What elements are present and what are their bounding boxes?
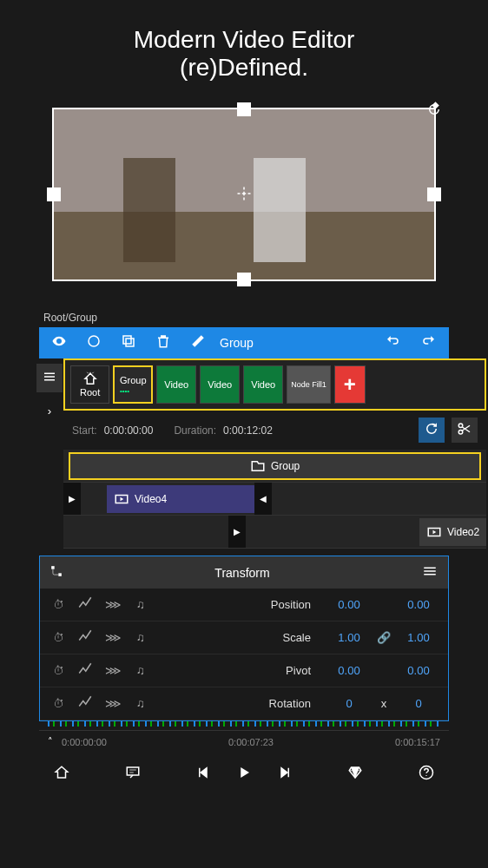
music-icon[interactable]: ♫ [127, 664, 155, 677]
property-label: Position [155, 598, 325, 611]
preview-area [0, 99, 488, 290]
layer-chip-video[interactable]: Video [243, 365, 283, 404]
home-icon[interactable] [54, 763, 69, 786]
track-handle[interactable]: ▶ [228, 516, 246, 548]
transform-row-pivot: ⏱ ⋙ ♫ Pivot 0.00 0.00 [40, 654, 448, 687]
rotate-handle-icon[interactable] [421, 96, 447, 122]
wave-icon[interactable]: ⋙ [99, 697, 127, 710]
duration-value[interactable]: 0:00:12:02 [223, 424, 273, 437]
graph-icon[interactable] [71, 628, 99, 647]
copy-icon[interactable] [115, 332, 142, 354]
track-video4: ▶ Video4 ◀ [63, 483, 486, 516]
track-handle[interactable]: ▶ [63, 483, 81, 515]
preview-frame[interactable] [52, 108, 436, 281]
timeline-ticks[interactable] [48, 721, 440, 727]
reset-icon[interactable] [419, 418, 445, 443]
value-y[interactable]: 1.00 [394, 631, 443, 644]
edit-icon[interactable] [185, 332, 211, 354]
circle-icon[interactable] [81, 332, 107, 354]
value-x[interactable]: 0.00 [325, 664, 373, 677]
clip-video4[interactable]: Video4 [107, 485, 254, 513]
transform-row-scale: ⏱ ⋙ ♫ Scale 1.00 🔗 1.00 [40, 621, 448, 654]
start-value[interactable]: 0:00:00:00 [104, 424, 154, 437]
svg-rect-13 [424, 568, 436, 569]
undo-icon[interactable] [379, 332, 406, 354]
stopwatch-icon[interactable]: ⏱ [45, 664, 71, 677]
value-x[interactable]: 1.00 [325, 631, 373, 644]
toolbar: Group [39, 327, 449, 358]
layer-chip-nodefill[interactable]: Node Fill1 [287, 365, 331, 404]
help-icon[interactable] [419, 763, 434, 786]
app-title: Modern Video Editor (re)Defined. [0, 0, 488, 99]
music-icon[interactable]: ♫ [127, 697, 155, 710]
link-icon[interactable]: 🔗 [373, 631, 394, 644]
separator: x [373, 697, 394, 710]
transform-panel: Transform ⏱ ⋙ ♫ Position 0.00 0.00 ⏱ ⋙ ♫… [39, 556, 449, 721]
time-marker: 0:00:07:23 [188, 737, 313, 747]
add-layer-button[interactable]: + [334, 365, 366, 404]
stopwatch-icon[interactable]: ⏱ [45, 631, 71, 644]
redo-icon[interactable] [416, 332, 442, 354]
prev-frame-icon[interactable] [196, 763, 212, 786]
toolbar-label: Group [220, 336, 371, 350]
layer-chip-group[interactable]: Group•••• [113, 365, 153, 404]
svg-rect-15 [424, 574, 436, 575]
track-handle[interactable]: ◀ [254, 483, 272, 515]
svg-rect-4 [44, 373, 55, 375]
play-icon[interactable] [236, 763, 252, 786]
center-crosshair-icon[interactable] [236, 182, 252, 207]
layer-chip-video[interactable]: Video [200, 365, 240, 404]
start-label: Start: [72, 424, 97, 437]
video-content [123, 158, 175, 262]
stopwatch-icon[interactable]: ⏱ [45, 697, 71, 710]
layer-chip-video[interactable]: Video [156, 365, 196, 404]
crop-handle-bottom[interactable] [237, 273, 251, 286]
video-content [254, 158, 306, 262]
visibility-icon[interactable] [46, 332, 72, 354]
root-button[interactable]: Root [70, 365, 109, 404]
breadcrumb: Root/Group [0, 290, 488, 327]
value-x[interactable]: 0 [325, 697, 373, 710]
chevron-right-icon[interactable]: › [43, 399, 56, 423]
music-icon[interactable]: ♫ [127, 631, 155, 644]
value-y[interactable]: 0 [394, 697, 443, 710]
comment-icon[interactable] [125, 763, 141, 786]
stopwatch-icon[interactable]: ⏱ [45, 598, 71, 611]
next-frame-icon[interactable] [276, 763, 292, 786]
svg-rect-12 [58, 573, 62, 576]
scissors-icon[interactable] [452, 418, 478, 443]
clip-video2[interactable]: Video2 [419, 518, 486, 546]
graph-icon[interactable] [71, 595, 99, 614]
time-marker: 0:00:00:00 [62, 737, 188, 747]
svg-rect-11 [51, 566, 55, 569]
value-y[interactable]: 0.00 [394, 664, 443, 677]
trash-icon[interactable] [150, 332, 176, 354]
value-x[interactable]: 0.00 [325, 598, 373, 611]
layers-row: Root Group•••• Video Video Video Node Fi… [63, 358, 486, 411]
transform-title: Transform [63, 566, 422, 580]
diamond-icon[interactable] [347, 763, 363, 786]
svg-rect-0 [432, 102, 439, 108]
svg-rect-14 [424, 570, 436, 572]
panel-toggle-icon[interactable] [36, 364, 63, 392]
crop-handle-right[interactable] [427, 187, 441, 201]
timeline-ruler[interactable]: ˄ 0:00:00:00 0:00:07:23 0:00:15:17 [39, 730, 449, 753]
value-y[interactable]: 0.00 [394, 598, 443, 611]
music-icon[interactable]: ♫ [127, 598, 155, 611]
wave-icon[interactable]: ⋙ [99, 598, 127, 611]
collapse-icon[interactable]: ˄ [48, 736, 53, 747]
property-label: Rotation [155, 697, 325, 710]
property-label: Pivot [155, 664, 325, 677]
svg-rect-5 [44, 376, 55, 378]
clip-group[interactable]: Group [69, 452, 481, 480]
wave-icon[interactable]: ⋙ [99, 631, 127, 644]
crop-handle-top[interactable] [237, 102, 251, 116]
svg-rect-3 [123, 336, 131, 344]
graph-icon[interactable] [71, 694, 99, 713]
menu-icon[interactable] [422, 563, 438, 582]
time-marker: 0:00:15:17 [314, 737, 440, 747]
graph-icon[interactable] [71, 661, 99, 680]
wave-icon[interactable]: ⋙ [99, 664, 127, 677]
crop-handle-left[interactable] [47, 187, 61, 201]
transform-node-icon[interactable] [50, 565, 63, 580]
